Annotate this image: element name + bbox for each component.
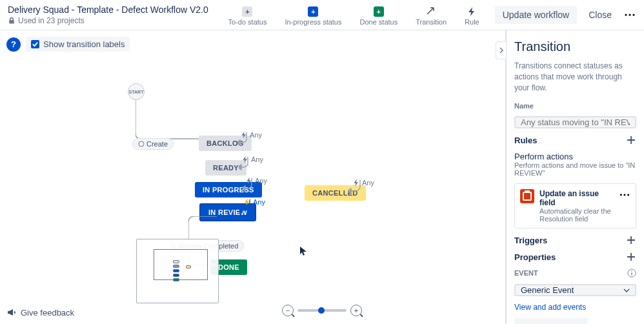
svg-point-2 [632, 14, 634, 15]
panel-title: Transition [514, 39, 636, 54]
triggers-label: Triggers [514, 236, 547, 245]
any-label-ready[interactable]: Any [241, 156, 263, 163]
svg-marker-5 [237, 140, 240, 145]
workflow-canvas[interactable]: ? Show transition labels START Create BA… [0, 30, 505, 324]
toolbar: + To-do status + In-progress status + Do… [228, 4, 479, 26]
any-label-inreview[interactable]: Any [243, 198, 265, 206]
properties-label: Properties [514, 252, 556, 262]
transition-label-create[interactable]: Create [132, 138, 174, 150]
plus-icon: + [308, 6, 318, 17]
transition-panel: Transition Transitions connect statuses … [505, 30, 644, 324]
close-button[interactable]: Close [583, 6, 617, 24]
zoom-in-button[interactable]: + [350, 305, 362, 316]
cursor-icon [300, 247, 308, 258]
info-icon[interactable] [627, 268, 636, 278]
svg-point-4 [139, 141, 144, 147]
lightning-icon [467, 6, 477, 17]
svg-point-14 [627, 194, 629, 196]
svg-point-12 [620, 194, 622, 196]
add-rule-button[interactable] [626, 135, 636, 145]
any-label-inprogress[interactable]: Any [245, 177, 267, 185]
chevron-down-icon [623, 287, 630, 294]
header: Delivery Squad - Template - Defect Workf… [0, 0, 644, 30]
delete-transition-button[interactable]: Delete transition [514, 318, 588, 324]
action-field-icon [520, 189, 534, 203]
checkbox-checked-icon [31, 40, 39, 48]
event-label: EVENT [514, 269, 538, 277]
action-subtitle: Automatically clear the Resolution field [539, 207, 614, 223]
chevron-right-icon [499, 47, 504, 54]
give-feedback-link[interactable]: Give feedback [6, 307, 74, 318]
start-node[interactable]: START [128, 83, 145, 100]
svg-marker-7 [243, 186, 245, 191]
more-icon[interactable] [619, 189, 630, 201]
perform-actions-title: Perform actions [514, 152, 636, 161]
add-trigger-button[interactable] [626, 235, 636, 245]
add-todo-status[interactable]: + To-do status [228, 6, 267, 26]
svg-point-13 [624, 194, 626, 196]
name-label: Name [514, 102, 636, 110]
plus-icon: + [242, 6, 252, 17]
add-transition[interactable]: Transition [416, 6, 447, 26]
lock-icon [8, 17, 15, 25]
action-title: Update an issue field [539, 189, 614, 207]
svg-marker-8 [239, 208, 242, 213]
add-property-button[interactable] [626, 252, 636, 262]
more-icon[interactable] [623, 8, 636, 21]
perform-actions-desc: Perform actions and move issue to "IN RE… [514, 161, 636, 177]
svg-marker-9 [348, 188, 351, 194]
view-events-link[interactable]: View and add events [514, 303, 636, 312]
svg-point-1 [629, 14, 630, 15]
edge-create[interactable] [136, 100, 206, 143]
add-rule[interactable]: Rule [465, 6, 479, 26]
zoom-slider[interactable] [297, 309, 347, 312]
any-label-backlog[interactable]: Any [240, 131, 262, 139]
collapse-panel-button[interactable] [496, 41, 506, 59]
circle-icon [138, 141, 145, 147]
zoom-out-button[interactable]: − [282, 305, 294, 316]
transition-icon [426, 6, 436, 17]
show-labels-toggle[interactable]: Show transition labels [26, 37, 130, 52]
action-card[interactable]: Update an issue field Automatically clea… [514, 183, 636, 228]
megaphone-icon [6, 307, 17, 318]
workflow-title: Delivery Squad - Template - Defect Workf… [8, 5, 228, 15]
transition-name-input[interactable] [514, 116, 636, 128]
any-label-cancelled[interactable]: Any [352, 179, 374, 187]
workflow-usage: Used in 23 projects [8, 16, 228, 25]
rules-label: Rules [514, 136, 537, 145]
plus-icon: + [374, 6, 384, 17]
help-button[interactable]: ? [6, 37, 21, 52]
update-workflow-button[interactable]: Update workflow [495, 6, 578, 24]
minimap[interactable] [136, 239, 219, 303]
add-done-status[interactable]: + Done status [359, 6, 397, 26]
panel-description: Transitions connect statuses as actions … [514, 61, 636, 93]
add-inprogress-status[interactable]: + In-progress status [285, 6, 341, 26]
svg-point-0 [625, 14, 627, 15]
svg-marker-6 [239, 165, 241, 170]
event-select[interactable]: Generic Event [514, 284, 636, 296]
